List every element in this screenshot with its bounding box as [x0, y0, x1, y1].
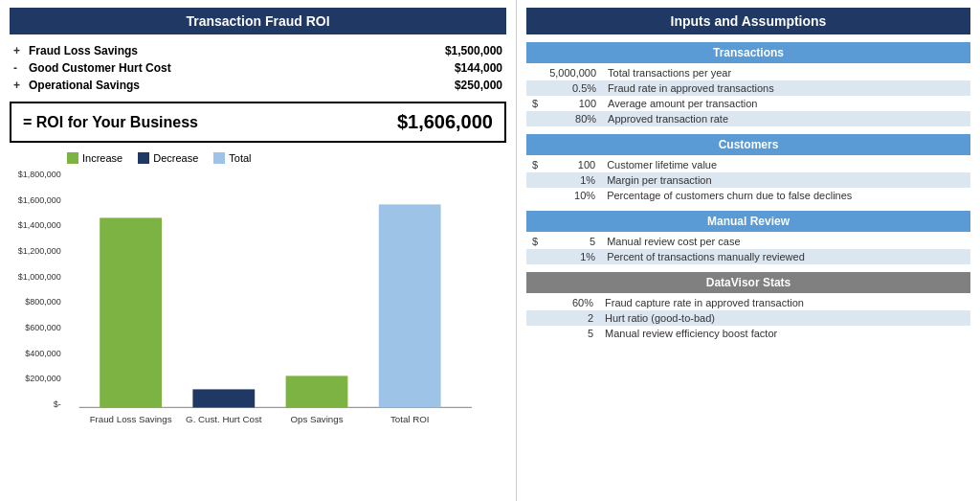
desc-cell: Customer lifetime value	[601, 157, 970, 172]
desc-cell: Average amount per transaction	[602, 96, 970, 111]
inputs-row: $ 5 Manual review cost per case	[526, 234, 970, 249]
val-cell: 5,000,000	[544, 65, 602, 80]
summary-sign: +	[13, 79, 29, 92]
y-axis-label: $400,000	[25, 349, 61, 358]
legend-swatch	[213, 152, 225, 164]
legend-item: Total	[213, 152, 251, 164]
summary-label: Good Customer Hurt Cost	[29, 61, 455, 75]
legend-label: Decrease	[153, 152, 198, 164]
datavisor-table: 60% Fraud capture rate in approved trans…	[526, 295, 970, 341]
y-axis: $1,800,000$1,600,000$1,400,000$1,200,000…	[10, 170, 65, 409]
desc-cell: Fraud capture rate in approved transacti…	[599, 295, 970, 310]
summary-sign: +	[13, 44, 29, 57]
inputs-row: 1% Margin per transaction	[526, 172, 970, 188]
summary-sign: -	[13, 61, 29, 75]
inputs-row: $ 100 Customer lifetime value	[526, 157, 970, 172]
sym-cell	[526, 172, 544, 188]
datavisor-row: 60% Fraud capture rate in approved trans…	[526, 295, 970, 310]
desc-cell: Fraud rate in approved transactions	[602, 80, 970, 96]
inputs-table: 5,000,000 Total transactions per year 0.…	[526, 65, 970, 126]
desc-cell: Hurt ratio (good-to-bad)	[599, 310, 970, 326]
inputs-row: $ 100 Average amount per transaction	[526, 96, 970, 111]
desc-cell: Margin per transaction	[601, 172, 970, 188]
sym-cell	[526, 188, 544, 203]
inputs-row: 1% Percent of transactions manually revi…	[526, 249, 970, 264]
legend-item: Increase	[67, 152, 122, 164]
val-cell: 1%	[544, 172, 601, 188]
chart-svg: Fraud Loss SavingsG. Cust. Hurt CostOps …	[65, 170, 506, 428]
sym-cell: $	[526, 96, 544, 111]
sym-cell	[526, 295, 542, 310]
inputs-table: $ 5 Manual review cost per case 1% Perce…	[526, 234, 970, 264]
legend-swatch	[67, 152, 78, 164]
left-title: Transaction Fraud ROI	[10, 8, 506, 34]
right-panel: Inputs and Assumptions Transactions 5,00…	[517, 0, 980, 501]
summary-row: - Good Customer Hurt Cost $144,000	[10, 59, 506, 77]
legend-label: Total	[229, 152, 251, 164]
val-cell: 10%	[544, 188, 601, 203]
chart-bar	[100, 217, 162, 407]
summary-row: + Fraud Loss Savings $1,500,000	[10, 42, 506, 59]
sym-cell	[526, 326, 542, 341]
summary-label: Operational Savings	[29, 79, 455, 92]
desc-cell: Total transactions per year	[602, 65, 970, 80]
sym-cell	[526, 65, 544, 80]
val-cell: 60%	[542, 295, 599, 310]
summary-row: + Operational Savings $250,000	[10, 77, 506, 94]
right-title: Inputs and Assumptions	[526, 8, 970, 34]
datavisor-row: 2 Hurt ratio (good-to-bad)	[526, 310, 970, 326]
val-cell: 1%	[544, 249, 601, 264]
y-axis-label: $1,000,000	[18, 272, 61, 282]
desc-cell: Percentage of customers churn due to fal…	[601, 188, 970, 203]
inputs-row: 80% Approved transaction rate	[526, 111, 970, 126]
inputs-row: 0.5% Fraud rate in approved transactions	[526, 80, 970, 96]
chart-bar-label: Total ROI	[390, 414, 430, 424]
y-axis-label: $1,200,000	[18, 246, 61, 256]
y-axis-label: $1,600,000	[18, 195, 61, 205]
desc-cell: Manual review cost per case	[601, 234, 970, 249]
chart-bar-label: Ops Savings	[290, 414, 343, 424]
chart-bar-label: G. Cust. Hurt Cost	[186, 414, 262, 424]
summary-label: Fraud Loss Savings	[29, 44, 445, 57]
roi-value: $1,606,000	[397, 111, 493, 133]
inputs-row: 5,000,000 Total transactions per year	[526, 65, 970, 80]
sym-cell: $	[526, 234, 544, 249]
chart-bar	[379, 204, 441, 407]
val-cell: 5	[544, 234, 601, 249]
sym-cell: $	[526, 157, 544, 172]
roi-box: = ROI for Your Business $1,606,000	[10, 102, 506, 143]
y-axis-label: $800,000	[25, 297, 61, 307]
val-cell: 100	[544, 96, 602, 111]
section-title: Transactions	[526, 42, 970, 63]
val-cell: 2	[542, 310, 599, 326]
roi-label: = ROI for Your Business	[23, 114, 397, 131]
legend-item: Decrease	[138, 152, 198, 164]
section-title: Customers	[526, 134, 970, 155]
summary-value: $250,000	[455, 79, 502, 92]
left-panel: Transaction Fraud ROI + Fraud Loss Savin…	[0, 0, 517, 501]
chart-legend: IncreaseDecreaseTotal	[10, 152, 506, 164]
y-axis-label: $-	[54, 399, 61, 409]
desc-cell: Manual review efficiency boost factor	[599, 326, 970, 341]
inputs-table: $ 100 Customer lifetime value 1% Margin …	[526, 157, 970, 203]
section-title: Manual Review	[526, 211, 970, 232]
sym-cell	[526, 249, 544, 264]
summary-value: $1,500,000	[445, 44, 502, 57]
datavisor-title: DataVisor Stats	[526, 272, 970, 293]
val-cell: 80%	[544, 111, 602, 126]
y-axis-label: $1,800,000	[18, 170, 61, 179]
chart-bar-label: Fraud Loss Savings	[89, 414, 171, 424]
legend-label: Increase	[82, 152, 122, 164]
summary-table: + Fraud Loss Savings $1,500,000 - Good C…	[10, 42, 506, 94]
chart-bar	[285, 376, 347, 407]
val-cell: 100	[544, 157, 601, 172]
sym-cell	[526, 310, 542, 326]
desc-cell: Approved transaction rate	[602, 111, 970, 126]
y-axis-label: $600,000	[25, 323, 61, 332]
y-axis-label: $1,400,000	[18, 220, 61, 230]
desc-cell: Percent of transactions manually reviewe…	[601, 249, 970, 264]
sym-cell	[526, 80, 544, 96]
right-content: Transactions 5,000,000 Total transaction…	[526, 42, 970, 341]
summary-value: $144,000	[455, 61, 502, 75]
sym-cell	[526, 111, 544, 126]
